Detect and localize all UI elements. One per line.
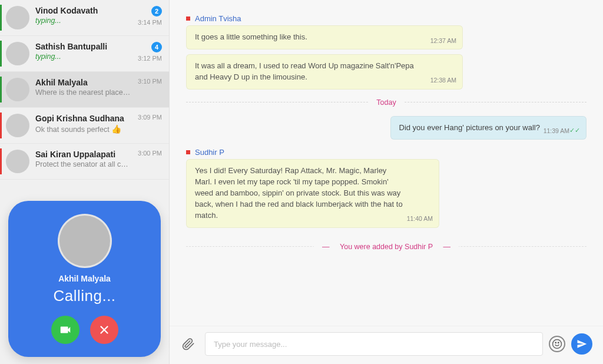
unread-badge: 4 <box>151 42 162 52</box>
contact-name: Vinod Kodavath <box>35 6 132 15</box>
status-stripe <box>0 148 2 174</box>
paperclip-icon <box>182 337 195 350</box>
call-caller-name: Akhil Malyala <box>20 274 149 283</box>
contact-item[interactable]: Sathish Bantupalli typing... 4 3:12 PM <box>0 36 169 72</box>
message-bubble[interactable]: It goes a little something like this. 12… <box>186 25 463 49</box>
day-separator: Today <box>186 98 587 107</box>
message-text: Did you ever Hang' pictures on your wall… <box>399 123 541 132</box>
composer <box>170 326 603 364</box>
status-stripe <box>0 5 2 31</box>
chat-panel: Admin Tvisha It goes a little something … <box>170 0 603 364</box>
sender-dot-icon <box>186 150 190 154</box>
thumb-up-icon: 👍 <box>111 124 121 134</box>
call-status: Calling... <box>20 287 149 305</box>
svg-point-2 <box>558 342 559 343</box>
message-incoming: Yes I did! Every Saturday! Rap Attack, M… <box>186 159 587 227</box>
sender-name: Sudhir P <box>195 148 224 157</box>
contact-name: Sathish Bantupalli <box>35 42 132 51</box>
contact-time: 3:14 PM <box>138 19 162 26</box>
smile-icon <box>552 339 562 349</box>
message-incoming: It was all a dream, I used to read Word … <box>186 54 587 90</box>
emoji-button[interactable] <box>549 336 565 352</box>
system-message: — You were added by Sudhir P — <box>186 242 587 251</box>
unread-badge: 2 <box>151 6 162 16</box>
message-text: It was all a dream, I used to read Word … <box>195 61 414 81</box>
message-bubble[interactable]: Yes I did! Every Saturday! Rap Attack, M… <box>186 159 439 227</box>
contact-item[interactable]: Sai Kiran Uppalapati Protect the senator… <box>0 144 169 180</box>
status-stripe <box>0 77 2 102</box>
message-time: 12:38 AM <box>430 76 456 85</box>
status-stripe <box>0 112 2 138</box>
message-incoming: It goes a little something like this. 12… <box>186 25 587 49</box>
contact-time: 3:12 PM <box>138 55 162 62</box>
sender-name: Admin Tvisha <box>195 14 241 23</box>
contact-preview: Ok that sounds perfect 👍 <box>35 124 132 134</box>
message-text: It goes a little something like this. <box>195 32 307 41</box>
double-check-icon: ✓✓ <box>569 126 580 135</box>
avatar <box>6 114 29 137</box>
contact-time: 3:09 PM <box>138 114 162 121</box>
contact-preview: Where is the nearest place to... <box>35 88 132 97</box>
sidebar: Vinod Kodavath typing... 2 3:14 PM Sathi… <box>0 0 170 364</box>
message-bubble[interactable]: It was all a dream, I used to read Word … <box>186 54 463 90</box>
contact-item[interactable]: Vinod Kodavath typing... 2 3:14 PM <box>0 0 169 36</box>
message-time: 11:39 AM <box>544 127 569 135</box>
svg-point-0 <box>553 340 562 349</box>
sender-dot-icon <box>186 16 190 21</box>
svg-point-1 <box>555 342 556 343</box>
contact-preview: typing... <box>35 52 132 61</box>
call-avatar <box>58 214 112 268</box>
contact-list: Vinod Kodavath typing... 2 3:14 PM Sathi… <box>0 0 169 197</box>
avatar <box>6 78 29 101</box>
contact-item[interactable]: Akhil Malyala Where is the nearest place… <box>0 72 169 108</box>
avatar <box>6 150 29 173</box>
message-outgoing: Did you ever Hang' pictures on your wall… <box>186 114 587 145</box>
contact-item[interactable]: Gopi Krishna Sudhana Ok that sounds perf… <box>0 108 169 144</box>
message-time: 12:37 AM <box>430 37 456 45</box>
sender-header: Sudhir P <box>186 148 587 157</box>
contact-preview: typing... <box>35 16 132 25</box>
avatar <box>6 6 29 29</box>
send-button[interactable] <box>571 333 592 355</box>
contact-time: 3:00 PM <box>138 150 162 157</box>
contact-name: Gopi Krishna Sudhana <box>35 114 132 123</box>
contact-name: Akhil Malyala <box>35 78 132 87</box>
contact-name: Sai Kiran Uppalapati <box>35 150 132 159</box>
status-stripe <box>0 41 2 67</box>
sender-header: Admin Tvisha <box>186 14 587 23</box>
call-card: Akhil Malyala Calling... <box>8 201 161 357</box>
message-input[interactable] <box>205 332 543 356</box>
message-time: 11:40 AM <box>407 214 433 223</box>
message-list[interactable]: Admin Tvisha It goes a little something … <box>170 0 603 326</box>
avatar <box>6 42 29 65</box>
video-call-button[interactable] <box>51 316 79 344</box>
contact-time: 3:10 PM <box>138 78 162 85</box>
attach-button[interactable] <box>178 333 199 355</box>
message-text: Yes I did! Every Saturday! Rap Attack, M… <box>195 166 403 219</box>
contact-preview: Protect the senator at all costs. <box>35 160 132 168</box>
send-icon <box>577 339 587 349</box>
message-bubble[interactable]: Did you ever Hang' pictures on your wall… <box>390 116 587 140</box>
video-icon <box>59 323 72 336</box>
end-call-button[interactable] <box>90 316 118 344</box>
close-icon <box>98 323 111 336</box>
